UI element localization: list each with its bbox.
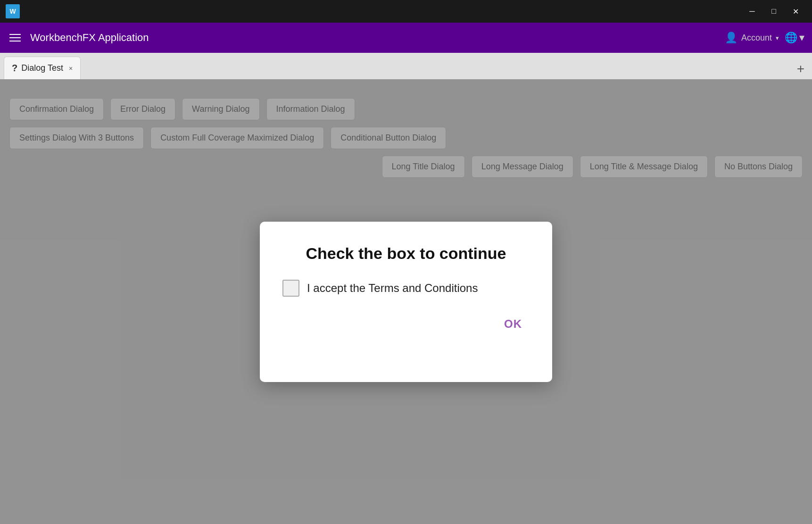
app-icon: W [6, 4, 20, 18]
hamburger-line-3 [9, 41, 21, 42]
hamburger-line-1 [9, 34, 21, 35]
tab-dialog-test[interactable]: ? Dialog Test × [4, 57, 81, 79]
header-left: WorkbenchFX Application [8, 32, 149, 44]
dialog-content: I accept the Terms and Conditions [282, 280, 530, 297]
tab-icon: ? [12, 63, 17, 74]
modal-overlay: Check the box to continue I accept the T… [0, 79, 812, 524]
close-button[interactable]: ✕ [785, 4, 806, 19]
hamburger-line-2 [9, 37, 21, 38]
title-bar-controls: ─ □ ✕ [741, 4, 806, 19]
checkbox-label: I accept the Terms and Conditions [307, 282, 478, 295]
title-bar: W ─ □ ✕ [0, 0, 812, 23]
translate-chevron-icon: ▾ [799, 32, 804, 44]
maximize-button[interactable]: □ [763, 4, 785, 19]
translate-icon: 🌐 [785, 32, 797, 44]
add-tab-button[interactable]: + [797, 61, 804, 76]
title-bar-left: W [6, 4, 20, 18]
tab-bar: ? Dialog Test × + [0, 53, 812, 79]
main-content: Confirmation Dialog Error Dialog Warning… [0, 79, 812, 524]
account-button[interactable]: 👤 Account ▾ [725, 32, 779, 44]
header-right: 👤 Account ▾ 🌐 ▾ [725, 32, 804, 44]
tab-close-icon[interactable]: × [69, 65, 73, 72]
dialog-ok-button[interactable]: OK [497, 314, 530, 334]
translate-button[interactable]: 🌐 ▾ [785, 32, 804, 44]
dialog-footer: OK [282, 314, 530, 334]
account-chevron-icon: ▾ [776, 34, 779, 42]
menu-button[interactable] [8, 32, 23, 43]
user-icon: 👤 [725, 32, 737, 44]
confirmation-dialog-modal: Check the box to continue I accept the T… [260, 222, 552, 382]
tab-label: Dialog Test [21, 63, 63, 73]
app-title: WorkbenchFX Application [30, 32, 149, 44]
terms-checkbox[interactable] [282, 280, 299, 297]
checkbox-row: I accept the Terms and Conditions [282, 280, 530, 297]
app-header: WorkbenchFX Application 👤 Account ▾ 🌐 ▾ [0, 23, 812, 53]
account-label: Account [741, 33, 772, 43]
minimize-button[interactable]: ─ [741, 4, 763, 19]
dialog-title: Check the box to continue [306, 244, 506, 263]
